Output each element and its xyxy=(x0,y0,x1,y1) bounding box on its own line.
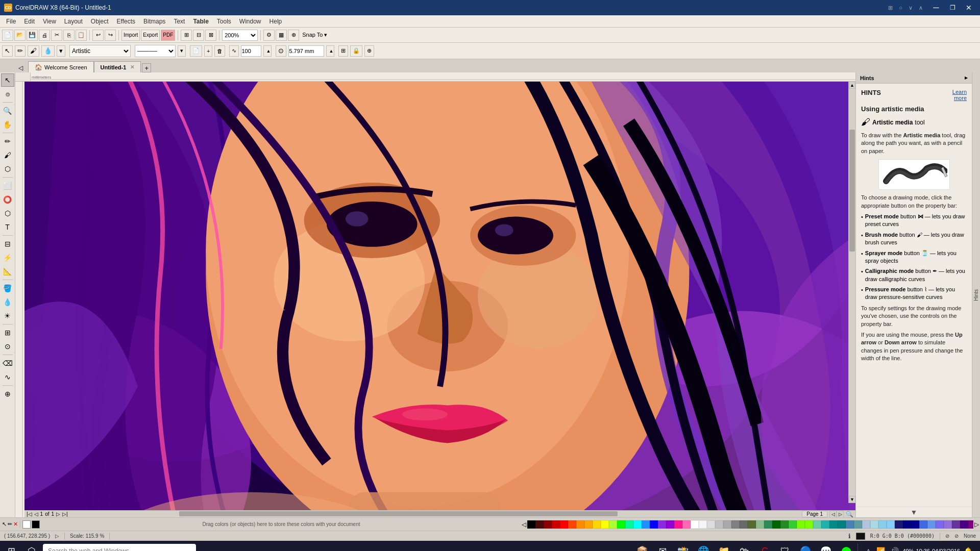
palette-color-swatch[interactable] xyxy=(862,520,870,529)
tray-up-arrow[interactable]: △ xyxy=(864,546,873,551)
tray-notification[interactable]: 🔔 xyxy=(962,546,974,551)
menu-help[interactable]: Help xyxy=(265,17,286,26)
restore-button[interactable]: ❐ xyxy=(945,3,960,13)
new-object-button[interactable]: 📄 xyxy=(190,45,202,57)
hscroll-track[interactable] xyxy=(70,511,800,517)
palette-color-swatch[interactable] xyxy=(887,520,895,529)
tool-contour[interactable]: ⊙ xyxy=(1,340,14,353)
tool-node[interactable]: ⌾ xyxy=(1,87,14,101)
palette-color-swatch[interactable] xyxy=(903,520,911,529)
palette-color-swatch[interactable] xyxy=(968,520,973,529)
palette-color-swatch[interactable] xyxy=(691,520,699,529)
horizontal-scrollbar[interactable]: |◁ ◁ 1 of 1 ▷ ▷| Page 1 ◁ ▷ xyxy=(24,510,855,517)
palette-color-swatch[interactable] xyxy=(682,520,691,529)
vertical-scrollbar[interactable]: ▲ ▼ xyxy=(848,82,855,503)
palette-color-swatch[interactable] xyxy=(723,520,731,529)
palette-color-swatch[interactable] xyxy=(764,520,772,529)
lock-button[interactable]: 🔒 xyxy=(350,45,362,57)
palette-color-swatch[interactable] xyxy=(838,520,846,529)
menu-view[interactable]: View xyxy=(39,17,60,26)
menu-layout[interactable]: Layout xyxy=(60,17,87,26)
tool-pointer[interactable]: ↖ xyxy=(1,73,14,87)
menu-object[interactable]: Object xyxy=(87,17,113,26)
menu-file[interactable]: File xyxy=(2,17,20,26)
import-button[interactable]: Import xyxy=(121,30,140,41)
palette-color-swatch[interactable] xyxy=(674,520,682,529)
task-view-button[interactable]: ⬡ xyxy=(22,542,41,551)
print-button[interactable]: 🖨 xyxy=(39,30,50,41)
palette-color-swatch[interactable] xyxy=(650,520,658,529)
palette-color-swatch[interactable] xyxy=(601,520,609,529)
palette-color-swatch[interactable] xyxy=(527,520,535,529)
scroll-track[interactable] xyxy=(849,89,855,496)
prev-page-button[interactable]: ◁ xyxy=(34,511,38,517)
menu-table[interactable]: Table xyxy=(189,17,212,26)
taskbar-mail[interactable]: ✉ xyxy=(653,542,672,551)
tool-pencil[interactable]: ✏ xyxy=(15,45,26,57)
palette-color-swatch[interactable] xyxy=(699,520,707,529)
palette-color-swatch[interactable] xyxy=(960,520,968,529)
palette-color-swatch[interactable] xyxy=(756,520,764,529)
palette-color-swatch[interactable] xyxy=(666,520,674,529)
taskbar-ie[interactable]: 🌐 xyxy=(694,542,713,551)
scroll-left-button[interactable]: ◁ xyxy=(829,511,837,518)
palette-color-swatch[interactable] xyxy=(813,520,821,529)
palette-right-arrow[interactable]: ▷ xyxy=(973,521,980,528)
palette-color-swatch[interactable] xyxy=(560,520,568,529)
palette-color-swatch[interactable] xyxy=(821,520,829,529)
pdf-button[interactable]: PDF xyxy=(161,30,175,41)
x-icon[interactable]: ✕ xyxy=(13,521,18,528)
taskbar-app2[interactable]: ⬤ xyxy=(837,542,855,551)
smooth-up[interactable]: ▲ xyxy=(263,45,272,57)
page-label-tab[interactable]: Page 1 xyxy=(802,511,827,517)
scroll-up-button[interactable]: ▲ xyxy=(849,82,855,89)
hints-scroll-down[interactable]: ▼ xyxy=(856,507,972,517)
menu-effects[interactable]: Effects xyxy=(113,17,139,26)
paste-button[interactable]: 📋 xyxy=(76,30,87,41)
tool-parallel[interactable]: ⊟ xyxy=(1,237,14,251)
view-button[interactable]: ▦ xyxy=(276,30,287,41)
smooth-button[interactable]: ∿ xyxy=(229,45,239,57)
tool-artistic-media[interactable]: 🖌 xyxy=(1,148,14,162)
tool-interactive[interactable]: ☀ xyxy=(1,309,14,322)
tool-freehand[interactable]: ✏ xyxy=(1,135,14,148)
tool-smear[interactable]: ∿ xyxy=(1,370,14,384)
plus-button[interactable]: ⊕ xyxy=(364,45,374,57)
new-button[interactable]: 📄 xyxy=(2,30,13,41)
menu-window[interactable]: Window xyxy=(235,17,265,26)
palette-color-swatch[interactable] xyxy=(911,520,919,529)
tool-eyedropper[interactable]: 💧 xyxy=(1,295,14,309)
close-button[interactable]: ✕ xyxy=(962,3,976,13)
stroke-arrow[interactable]: ▾ xyxy=(178,45,186,57)
taskbar-antivirus[interactable]: 🛡 xyxy=(776,542,794,551)
smooth-input[interactable] xyxy=(241,45,261,57)
tool-polygon[interactable]: ⬡ xyxy=(1,207,14,220)
start-button[interactable]: ⊞ xyxy=(2,542,20,551)
palette-color-swatch[interactable] xyxy=(870,520,878,529)
taskbar-windows-store[interactable]: 🛍 xyxy=(735,542,753,551)
palette-left-arrow[interactable]: ◁ xyxy=(521,521,527,528)
tab-close-icon[interactable]: ✕ xyxy=(130,64,134,70)
palette-color-swatch[interactable] xyxy=(715,520,723,529)
tool-measure[interactable]: 📐 xyxy=(1,265,14,278)
taskbar-store[interactable]: 📦 xyxy=(633,542,651,551)
palette-color-swatch[interactable] xyxy=(952,520,960,529)
tool-fill[interactable]: 🪣 xyxy=(1,282,14,295)
scroll-thumb[interactable] xyxy=(849,130,855,252)
palette-color-swatch[interactable] xyxy=(936,520,944,529)
artistic-mode-select[interactable]: Artistic Brush Sprayer Calligraphic Pres… xyxy=(69,45,131,57)
palette-color-swatch[interactable] xyxy=(854,520,862,529)
palette-color-swatch[interactable] xyxy=(805,520,813,529)
palette-color-swatch[interactable] xyxy=(780,520,789,529)
menu-edit[interactable]: Edit xyxy=(20,17,39,26)
palette-color-swatch[interactable] xyxy=(535,520,544,529)
taskbar-explorer[interactable]: 📁 xyxy=(715,542,733,551)
hscroll-thumb[interactable] xyxy=(179,511,617,516)
menu-bitmaps[interactable]: Bitmaps xyxy=(139,17,169,26)
hints-collapse-button[interactable]: ▸ xyxy=(965,74,968,81)
last-page-button[interactable]: ▷| xyxy=(62,511,68,517)
right-tab-object-props[interactable]: Object Properties xyxy=(972,271,972,318)
tab-welcome[interactable]: 🏠 Welcome Screen xyxy=(28,61,94,72)
tool-spray[interactable]: 💧 xyxy=(41,45,55,57)
learn-more-link[interactable]: Learn more xyxy=(952,89,967,101)
